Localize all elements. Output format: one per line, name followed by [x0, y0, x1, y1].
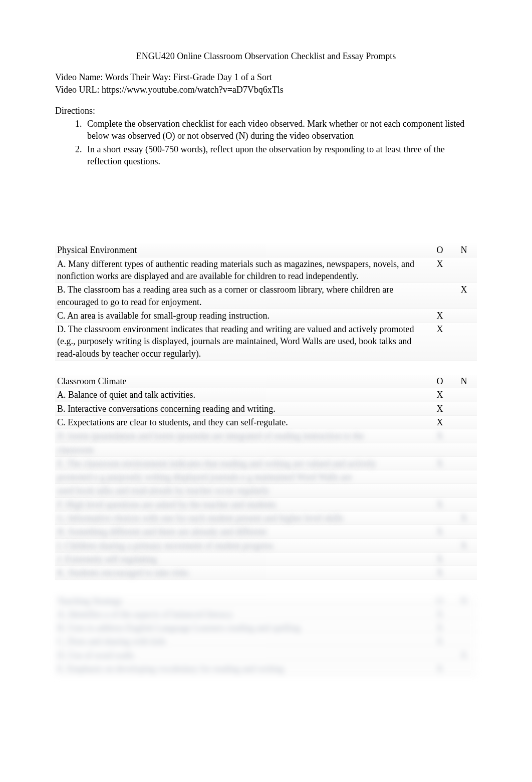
table-row-blurred: E. Emphasis on developing vocabulary for… [55, 662, 477, 675]
table-row-blurred: Teaching Strategy ON [55, 594, 477, 608]
table-row-blurred: C. Does and sharing with kids X [55, 635, 477, 648]
row-label: C. Expectations are clear to students, a… [55, 415, 429, 429]
row-label: A. Many different types of authentic rea… [55, 257, 429, 283]
table-row-blurred: K. Students encouraged to take risks X [55, 566, 477, 580]
row-not-observed: X [453, 283, 477, 309]
physical-environment-table: Physical Environment O N A. Many differe… [55, 243, 477, 361]
row-label: C. An area is available for small-group … [55, 309, 429, 322]
video-name-line: Video Name: Words Their Way: First-Grade… [55, 71, 477, 83]
directions-list: Complete the observation checklist for e… [84, 118, 477, 167]
row-not-observed [453, 323, 477, 361]
video-url-label: Video URL: [55, 85, 102, 95]
table-row-blurred: J. Extremely self regulating X [55, 552, 477, 566]
row-not-observed [453, 388, 477, 402]
table-row: B. Interactive conversations concerning … [55, 402, 477, 415]
directions-heading: Directions: [55, 105, 477, 117]
row-not-observed [453, 309, 477, 322]
classroom-climate-table: Classroom Climate O N A. Balance of quie… [55, 375, 477, 580]
col-header-not-observed: N [453, 243, 477, 257]
row-not-observed [453, 415, 477, 429]
table-row: D. The classroom environment indicates t… [55, 323, 477, 361]
table-row: A. Balance of quiet and talk activities.… [55, 388, 477, 402]
col-header-observed: O [429, 243, 453, 257]
page-title: ENGU420 Online Classroom Observation Che… [55, 50, 477, 62]
table-header-row: Physical Environment O N [55, 243, 477, 257]
direction-item: In a short essay (500-750 words), reflec… [84, 143, 477, 168]
col-header-observed: O [429, 375, 453, 388]
table-row-blurred: promoted e g purposely writing displayed… [55, 470, 477, 484]
video-name-value: Words Their Way: First-Grade Day 1 of a … [105, 72, 272, 82]
row-not-observed [453, 402, 477, 415]
table-row-blurred: E. The classroom environment indicates t… [55, 456, 477, 470]
table-row-blurred: B. Uses to address English Language Lear… [55, 621, 477, 635]
section-heading: Classroom Climate [55, 375, 429, 388]
row-label: A. Balance of quiet and talk activities. [55, 388, 429, 402]
table-row-blurred: H. Something different and there are alr… [55, 525, 477, 539]
video-url-line: Video URL: https://www.youtube.com/watch… [55, 84, 477, 96]
table-row: C. An area is available for small-group … [55, 309, 477, 322]
video-metadata: Video Name: Words Their Way: First-Grade… [55, 71, 477, 96]
col-header-not-observed: N [453, 375, 477, 388]
table-row: A. Many different types of authentic rea… [55, 257, 477, 283]
table-row: B. The classroom has a reading area such… [55, 283, 477, 309]
row-observed: X [429, 402, 453, 415]
table-header-row: Classroom Climate O N [55, 375, 477, 388]
table-row-blurred: classroom [55, 443, 477, 456]
direction-item: Complete the observation checklist for e… [84, 118, 477, 142]
table-row-blurred: G. Informative choices with one for each… [55, 511, 477, 525]
row-observed [429, 283, 453, 309]
row-observed: X [429, 388, 453, 402]
table-row-blurred: D. lorem ipsumdatum and lorem ipsumdat a… [55, 429, 477, 443]
row-observed: X [429, 323, 453, 361]
row-label: D. The classroom environment indicates t… [55, 323, 429, 361]
row-label: B. Interactive conversations concerning … [55, 402, 429, 415]
blurred-section-table: Teaching Strategy ON A. Identifies a of … [55, 594, 477, 676]
row-not-observed [453, 257, 477, 283]
row-observed: X [429, 415, 453, 429]
table-row-blurred: used book talks and read-alouds by teach… [55, 484, 477, 497]
table-row: C. Expectations are clear to students, a… [55, 415, 477, 429]
row-label: B. The classroom has a reading area such… [55, 283, 429, 309]
table-row-blurred: I. Children sharing a primary movement o… [55, 539, 477, 552]
video-name-label: Video Name: [55, 72, 105, 82]
table-row-blurred: D. Use of word walls X [55, 648, 477, 662]
row-observed: X [429, 257, 453, 283]
row-observed: X [429, 309, 453, 322]
table-row-blurred: F. High level questions are asked by the… [55, 497, 477, 511]
video-url-value: https://www.youtube.com/watch?v=aD7Vbq6x… [102, 85, 284, 95]
section-heading: Physical Environment [55, 243, 429, 257]
table-row-blurred: A. Identifies a of the aspects of balanc… [55, 607, 477, 621]
